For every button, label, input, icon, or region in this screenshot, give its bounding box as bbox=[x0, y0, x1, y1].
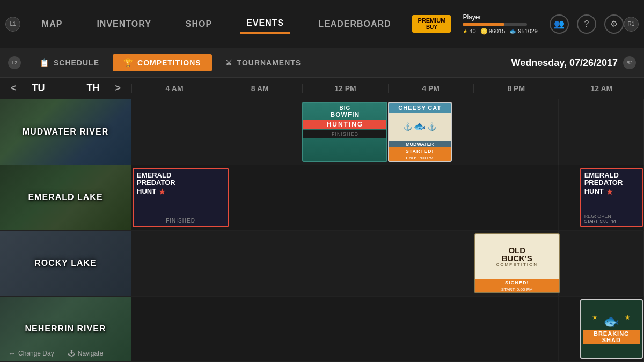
player-progress-bar bbox=[463, 23, 527, 26]
old-bucks-line2: BUCK'S bbox=[502, 254, 532, 262]
r2-badge: R2 bbox=[623, 56, 636, 69]
emerald-right-content: EMERALD PREDATOR HUNT ★ REG: OPEN START:… bbox=[581, 169, 642, 227]
location-name-rocky: ROCKY LAKE bbox=[34, 258, 97, 268]
tab-schedule-label: SCHEDULE bbox=[54, 58, 99, 67]
event-emerald-left[interactable]: EMERALD PREDATOR HUNT ★ FINISHED bbox=[133, 168, 229, 228]
big-bowfin-status: FINISHED bbox=[303, 130, 386, 138]
player-stats-row: ★ 40 🪙 96015 🐟 951029 bbox=[463, 28, 538, 35]
time-slot-8am: 8 AM bbox=[217, 84, 302, 93]
navigate-label: Navigate bbox=[78, 350, 103, 357]
cheesy-cat-status: STARTED! bbox=[389, 147, 451, 155]
big-bowfin-line1: BIG bbox=[340, 105, 351, 111]
settings-button[interactable]: ⚙ bbox=[604, 14, 624, 34]
player-level: ★ 40 bbox=[463, 28, 475, 35]
emerald-right-title2: PREDATOR bbox=[584, 179, 639, 187]
old-bucks-content: OLD BUCK'S COMPETITION SIGNED! START: 5:… bbox=[475, 234, 559, 292]
premium-button[interactable]: PREMIUM BUY bbox=[412, 15, 451, 33]
anchor-icon-right: ⚓ bbox=[427, 122, 436, 131]
player-info: Player ★ 40 🪙 96015 🐟 951029 bbox=[463, 13, 538, 35]
nav-leaderboard[interactable]: LEADERBOARD bbox=[312, 15, 397, 33]
time-slot-12am: 12 AM bbox=[559, 84, 644, 93]
day-navigation: < TU TH > bbox=[0, 78, 131, 99]
emerald-left-status: FINISHED bbox=[137, 218, 224, 224]
nav-map[interactable]: MAP bbox=[35, 15, 69, 33]
breaking-shad-stars: ★ 🐟 ★ bbox=[592, 314, 631, 329]
emerald-right-title3: HUNT bbox=[584, 188, 604, 195]
timeline-neherrin: ★ 🐟 ★ BREAKING SHAD bbox=[131, 297, 644, 362]
emerald-left-content: EMERALD PREDATOR HUNT ★ FINISHED bbox=[134, 169, 228, 227]
star-right: ★ bbox=[625, 314, 631, 329]
change-day-label: Change Day bbox=[18, 350, 54, 357]
location-name-neherrin: NEHERRIN RIVER bbox=[25, 324, 106, 334]
emerald-left-title3: HUNT bbox=[137, 188, 156, 195]
nav-items: MAP INVENTORY SHOP EVENTS LEADERBOARD bbox=[20, 14, 412, 34]
emerald-left-star: ★ bbox=[158, 187, 166, 197]
old-bucks-line1: OLD bbox=[508, 246, 525, 254]
breaking-shad-content: ★ 🐟 ★ BREAKING SHAD bbox=[581, 300, 642, 358]
trophy-icon: 🏆 bbox=[123, 58, 133, 67]
tab-competitions[interactable]: 🏆 COMPETITIONS bbox=[113, 54, 212, 71]
tab-tournaments-label: TOURNAMENTS bbox=[237, 58, 302, 67]
emerald-left-title2: PREDATOR bbox=[137, 179, 224, 187]
player-currency1: 🪙 96015 bbox=[480, 28, 506, 35]
row-emerald: EMERALD LAKE EMERALD PREDATOR HUNT ★ FIN… bbox=[0, 165, 644, 231]
premium-label: PREMIUM bbox=[418, 17, 445, 24]
tab-schedule[interactable]: 📋 SCHEDULE bbox=[29, 54, 110, 71]
event-emerald-right[interactable]: EMERALD PREDATOR HUNT ★ REG: OPEN START:… bbox=[580, 168, 643, 228]
location-name-mudwater: MUDWATER RIVER bbox=[23, 127, 108, 137]
next-day-button[interactable]: > bbox=[115, 83, 121, 94]
top-navigation: L1 MAP INVENTORY SHOP EVENTS LEADERBOARD… bbox=[0, 0, 644, 48]
time-slot-8pm: 8 PM bbox=[473, 84, 559, 93]
event-old-bucks[interactable]: OLD BUCK'S COMPETITION SIGNED! START: 5:… bbox=[474, 233, 560, 293]
calendar: < TU TH > 4 AM 8 AM 12 PM 4 PM 8 PM 12 A… bbox=[0, 78, 644, 362]
fish-icon: 🐟 bbox=[414, 121, 426, 132]
friends-button[interactable]: 👥 bbox=[550, 14, 569, 34]
star-left: ★ bbox=[592, 314, 598, 329]
event-breaking-shad[interactable]: ★ 🐟 ★ BREAKING SHAD bbox=[580, 299, 643, 359]
timeline-rocky: OLD BUCK'S COMPETITION SIGNED! START: 5:… bbox=[131, 231, 644, 296]
l2-badge: L2 bbox=[8, 56, 21, 69]
emerald-left-title1: EMERALD bbox=[137, 172, 224, 179]
anchor-icon-left: ⚓ bbox=[403, 122, 412, 131]
player-name: Player bbox=[463, 13, 538, 21]
navigate-hint: 🕹 Navigate bbox=[68, 349, 103, 358]
nav-shop[interactable]: SHOP bbox=[179, 15, 218, 33]
location-mudwater: MUDWATER RIVER bbox=[0, 99, 131, 165]
tab-competitions-label: COMPETITIONS bbox=[137, 58, 201, 67]
event-cheesy-cat[interactable]: CHEESY CAT ⚓ 🐟 ⚓ MUDWATER STARTED! END: … bbox=[388, 102, 452, 162]
bottom-bar: ↔ Change Day 🕹 Navigate bbox=[8, 349, 103, 358]
player-currency2: 🐟 951029 bbox=[509, 28, 538, 35]
old-bucks-line3: COMPETITION bbox=[496, 262, 538, 267]
sub-navigation: L2 📋 SCHEDULE 🏆 COMPETITIONS ⚔ TOURNAMEN… bbox=[0, 48, 644, 78]
prev-day-label: TU bbox=[32, 83, 45, 94]
time-slot-12pm: 12 PM bbox=[302, 84, 387, 93]
location-name-emerald: EMERALD LAKE bbox=[28, 193, 103, 202]
l1-badge: L1 bbox=[5, 17, 20, 32]
event-big-bowfin[interactable]: BIG BOWFIN HUNTING FINISHED bbox=[302, 102, 387, 162]
row-rocky: ROCKY LAKE OLD BUCK'S COMPETITION SIGNED… bbox=[0, 231, 644, 297]
timeline-emerald: EMERALD PREDATOR HUNT ★ FINISHED EMERALD… bbox=[131, 165, 644, 231]
joystick-horizontal-icon: ↔ bbox=[8, 349, 16, 358]
sub-nav-items: 📋 SCHEDULE 🏆 COMPETITIONS ⚔ TOURNAMENTS bbox=[29, 54, 312, 71]
old-bucks-start: START: 5:00 PM bbox=[475, 286, 559, 292]
prev-day-button[interactable]: < bbox=[11, 83, 17, 94]
tab-tournaments[interactable]: ⚔ TOURNAMENTS bbox=[215, 54, 312, 71]
time-slot-4pm: 4 PM bbox=[388, 84, 473, 93]
row-mudwater: MUDWATER RIVER BIG BOWFIN HUNTING FINISH… bbox=[0, 99, 644, 165]
player-stats: Player ★ 40 🪙 96015 🐟 951029 bbox=[463, 13, 538, 35]
help-button[interactable]: ? bbox=[577, 14, 596, 34]
emerald-right-star: ★ bbox=[606, 187, 613, 197]
time-slots: 4 AM 8 AM 12 PM 4 PM 8 PM 12 AM bbox=[131, 78, 644, 99]
joystick-navigate-icon: 🕹 bbox=[68, 349, 75, 358]
location-rocky: ROCKY LAKE bbox=[0, 231, 131, 296]
nav-events[interactable]: EVENTS bbox=[240, 14, 290, 34]
emerald-right-start: START: 9:00 PM bbox=[584, 219, 639, 224]
time-slot-4am: 4 AM bbox=[131, 84, 217, 93]
nav-inventory[interactable]: INVENTORY bbox=[90, 15, 157, 33]
shad-fish-icon: 🐟 bbox=[603, 314, 619, 329]
calendar-icon: 📋 bbox=[40, 58, 49, 67]
current-date: Wednesday, 07/26/2017 bbox=[511, 57, 618, 69]
cheesy-cat-location: MUDWATER bbox=[389, 141, 451, 147]
cheesy-cat-end: END: 1:00 PM bbox=[389, 155, 451, 161]
old-bucks-title-area: OLD BUCK'S COMPETITION bbox=[475, 234, 559, 279]
